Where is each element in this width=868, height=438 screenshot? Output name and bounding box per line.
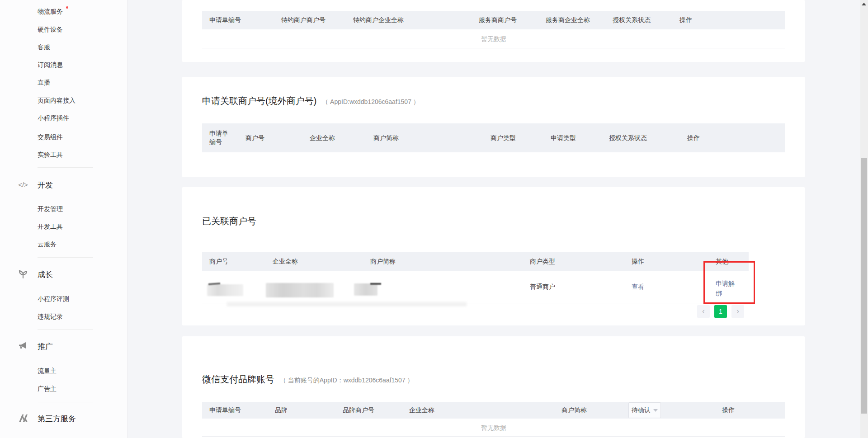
scroll-up-arrow[interactable] [862,3,866,5]
col-header: 商户类型 [491,134,516,142]
sidebar-item-lab-tools[interactable]: 实验工具 [38,150,63,159]
col-header: 企业全称 [409,406,434,414]
col-header: 商户类型 [530,258,555,266]
section-appid: （ 当前账号的AppID：wxddb1206c6aaf1507 ） [280,377,414,384]
scrollbar-thumb[interactable] [861,158,867,414]
view-link[interactable]: 查看 [632,283,644,291]
notification-dot [66,6,68,9]
redacted-mark [370,283,381,285]
sidebar-item-trade[interactable]: 交易组件 [38,132,63,141]
megaphone-icon [17,341,29,352]
col-header: 申请单编号 [209,406,241,414]
col-header: 特约商户商户号 [281,16,326,24]
sidebar-divider [38,167,93,168]
sidebar-item-cloud[interactable]: 云服务 [38,240,57,249]
code-icon: </> [17,179,29,190]
pagination-page-1[interactable]: 1 [714,305,727,318]
col-header: 品牌商户号 [343,406,374,414]
status-filter-dropdown[interactable]: 待确认 [628,402,661,418]
col-header: 商户号 [209,258,228,266]
col-header: 申请单编号 [209,129,232,146]
card-overseas-merchant: 申请关联商户号(境外商户号) （ AppID:wxddb1206c6aaf150… [182,77,805,177]
col-header: 授权关系状态 [613,16,651,24]
col-header: 操作 [632,258,644,266]
sidebar-item-traffic-owner[interactable]: 流量主 [38,366,57,375]
col-header: 操作 [722,406,735,414]
status-filter-label: 待确认 [632,406,651,414]
sidebar-item-dev-tools[interactable]: 开发工具 [38,222,63,231]
col-header: 授权关系状态 [609,134,647,142]
sidebar-item-dev-manage[interactable]: 开发管理 [38,204,63,213]
col-header: 服务商企业全称 [546,16,590,24]
empty-state: 暂无数据 [202,29,785,48]
col-header: 商户简称 [370,258,396,266]
col-header: 品牌 [275,406,288,414]
sidebar-section-third-party[interactable]: 第三方服务 [38,414,76,424]
sidebar-item-logistics[interactable]: 物流服务 [38,7,63,16]
merchant-type-cell: 普通商户 [530,283,555,291]
col-header: 企业全称 [310,134,335,142]
sidebar-item-service[interactable]: 客服 [38,42,50,52]
pagination-next-button[interactable]: › [731,305,744,318]
table-header-row: 商户号 企业全称 商户简称 商户类型 操作 其他 [202,252,749,271]
sidebar: 物流服务 硬件设备 客服 订阅消息 直播 页面内容接入 小程序插件 交易组件 实… [0,0,128,438]
sprout-icon [17,269,29,280]
col-header: 申请单编号 [209,16,241,24]
card-linked-merchants: 已关联商户号 商户号 企业全称 商户简称 商户类型 操作 其他 普通商户 查看 … [182,187,805,325]
sidebar-item-plugin[interactable]: 小程序插件 [38,113,69,122]
sidebar-divider [38,329,93,330]
redacted-smudge [227,302,467,306]
section-title: 微信支付品牌账号 [202,374,274,384]
sidebar-section-growth[interactable]: 成长 [38,269,53,280]
third-party-icon [17,413,29,424]
table-header-row: 申请单编号 品牌 品牌商户号 企业全称 商户简称 待确认 操作 [202,402,785,419]
col-header: 操作 [687,134,700,142]
sidebar-item-violation[interactable]: 违规记录 [38,312,63,321]
pagination-prev-button[interactable]: ‹ [697,305,710,318]
sidebar-item-mp-evaluation[interactable]: 小程序评测 [38,294,69,303]
sidebar-divider [38,257,93,258]
wechat-miniprogram-console: 物流服务 硬件设备 客服 订阅消息 直播 页面内容接入 小程序插件 交易组件 实… [0,0,868,438]
chevron-down-icon [653,409,658,412]
redacted-company-name [266,283,334,297]
sidebar-section-promotion[interactable]: 推广 [38,341,53,352]
empty-state: 暂无数据 [202,419,785,437]
sidebar-item-hardware[interactable]: 硬件设备 [38,25,63,34]
redacted-merchant-short-name [354,283,377,296]
col-header: 商户简称 [561,406,587,414]
col-header: 特约商户企业全称 [353,16,404,24]
section-title: 申请关联商户号(境外商户号) [202,96,316,106]
col-header: 商户号 [245,134,264,142]
col-header: 操作 [679,16,692,24]
table-header-row: 申请单编号 特约商户商户号 特约商户企业全称 服务商商户号 服务商企业全称 授权… [202,11,785,29]
redacted-merchant-id [207,284,243,296]
col-header: 申请类型 [551,134,576,142]
col-header: 企业全称 [273,258,298,266]
annotation-red-box [703,261,755,304]
sidebar-item-subscribe[interactable]: 订阅消息 [38,60,63,69]
sidebar-item-advertiser[interactable]: 广告主 [38,384,57,393]
sidebar-section-dev[interactable]: 开发 [38,180,53,191]
card-merchant-apply: 申请单编号 特约商户商户号 特约商户企业全称 服务商商户号 服务商企业全称 授权… [182,0,805,62]
card-wxpay-brand-account: 微信支付品牌账号 （ 当前账号的AppID：wxddb1206c6aaf1507… [182,336,805,438]
section-appid: （ AppID:wxddb1206c6aaf1507 ） [322,98,420,105]
col-header: 商户简称 [373,134,399,142]
table-row: 普通商户 查看 申请解绑 [202,271,749,303]
sidebar-item-page-content[interactable]: 页面内容接入 [38,96,75,105]
sidebar-item-live[interactable]: 直播 [38,78,50,87]
sidebar-divider [38,402,93,402]
table-header-row: 申请单编号 商户号 企业全称 商户简称 商户类型 申请类型 授权关系状态 操作 [202,123,785,152]
col-header: 服务商商户号 [479,16,517,24]
section-title: 已关联商户号 [202,215,256,227]
